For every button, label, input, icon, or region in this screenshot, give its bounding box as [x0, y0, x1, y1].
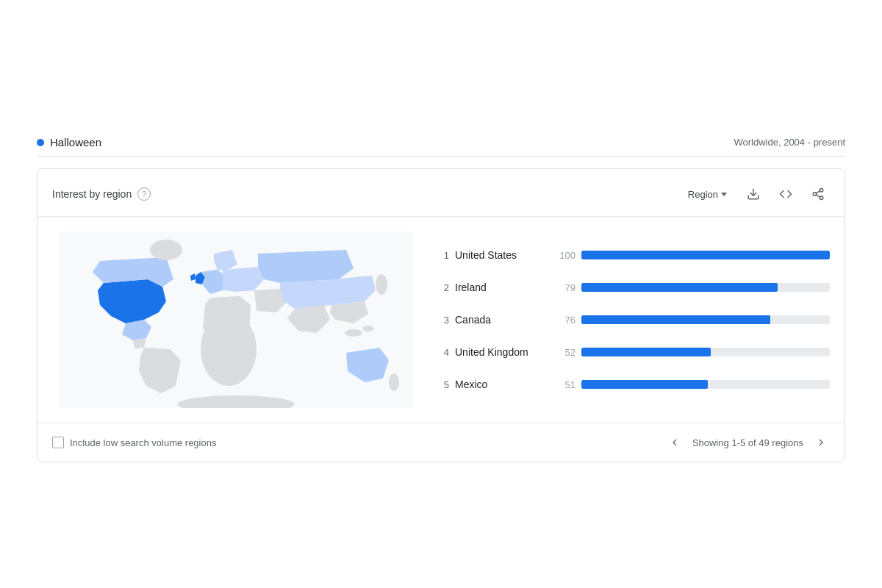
rank-row: 3Canada76: [434, 309, 830, 330]
svg-line-5: [816, 191, 820, 193]
card-body: 1United States1002Ireland793Canada764Uni…: [37, 217, 845, 423]
page-wrapper: Halloween Worldwide, 2004 - present Inte…: [37, 126, 845, 462]
world-map: [60, 232, 412, 408]
rank-country-name: United States: [455, 249, 543, 261]
rank-value: 79: [549, 282, 576, 293]
card-footer: Include low search volume regions Showin…: [37, 423, 845, 462]
region-label: Region: [688, 189, 718, 200]
interest-by-region-card: Interest by region ? Region: [37, 168, 845, 462]
map-section: [52, 232, 420, 408]
rank-number: 2: [434, 282, 449, 293]
rank-bar-container: [581, 315, 830, 324]
rank-bar-fill: [581, 251, 830, 259]
rank-country-name: Mexico: [455, 379, 543, 390]
svg-point-9: [345, 329, 362, 337]
rank-value: 100: [549, 250, 576, 261]
rank-bar-container: [581, 348, 830, 356]
code-icon: [779, 187, 792, 201]
download-icon: [747, 187, 760, 201]
svg-line-4: [816, 195, 820, 197]
term-dot: [37, 139, 44, 146]
rank-number: 3: [434, 315, 449, 326]
chevron-right-icon: [815, 437, 827, 448]
russia-region: [258, 250, 354, 283]
pagination: Showing 1-5 of 49 regions: [666, 434, 830, 451]
card-title-group: Interest by region ?: [52, 187, 151, 201]
header-bar: Halloween Worldwide, 2004 - present: [37, 126, 845, 157]
rank-number: 5: [434, 379, 449, 390]
card-header: Interest by region ? Region: [37, 169, 845, 217]
rank-bar-container: [581, 380, 830, 389]
card-title: Interest by region: [52, 188, 132, 200]
rank-bar-fill: [581, 283, 778, 292]
rankings-section: 1United States1002Ireland793Canada764Uni…: [434, 232, 830, 408]
chevron-down-icon: [721, 193, 727, 196]
rank-value: 76: [549, 315, 576, 326]
pagination-text: Showing 1-5 of 49 regions: [692, 437, 803, 448]
low-volume-label: Include low search volume regions: [70, 437, 216, 448]
rank-bar-container: [581, 251, 830, 259]
rank-row: 2Ireland79: [434, 277, 830, 298]
help-icon[interactable]: ?: [137, 187, 151, 201]
rank-country-name: Canada: [455, 314, 543, 326]
rank-value: 52: [549, 347, 576, 358]
share-icon: [811, 187, 825, 201]
scope-label: Worldwide, 2004 - present: [734, 137, 845, 148]
header-left: Halloween: [37, 136, 101, 148]
rank-row: 1United States100: [434, 245, 830, 265]
embed-button[interactable]: [774, 182, 797, 206]
svg-point-11: [376, 274, 387, 295]
chevron-left-icon: [669, 437, 681, 448]
region-dropdown[interactable]: Region: [682, 186, 733, 203]
rank-country-name: United Kingdom: [455, 346, 543, 358]
svg-point-13: [150, 240, 182, 260]
card-controls: Region: [682, 182, 830, 206]
download-button[interactable]: [742, 182, 765, 206]
share-button[interactable]: [806, 182, 830, 206]
search-term: Halloween: [50, 136, 101, 148]
rank-bar-fill: [581, 348, 711, 356]
rank-value: 51: [549, 379, 576, 390]
rank-number: 4: [434, 347, 449, 358]
rank-row: 5Mexico51: [434, 374, 830, 395]
low-volume-checkbox-label[interactable]: Include low search volume regions: [52, 437, 216, 448]
rank-row: 4United Kingdom52: [434, 342, 830, 362]
svg-point-10: [362, 326, 374, 331]
rank-country-name: Ireland: [455, 282, 543, 293]
pagination-next[interactable]: [812, 434, 830, 451]
low-volume-checkbox[interactable]: [52, 437, 64, 448]
rank-bar-container: [581, 283, 830, 292]
rank-bar-fill: [581, 315, 770, 324]
pagination-prev[interactable]: [666, 434, 684, 451]
rank-number: 1: [434, 250, 449, 261]
rank-bar-fill: [581, 380, 708, 389]
svg-point-12: [389, 373, 399, 391]
